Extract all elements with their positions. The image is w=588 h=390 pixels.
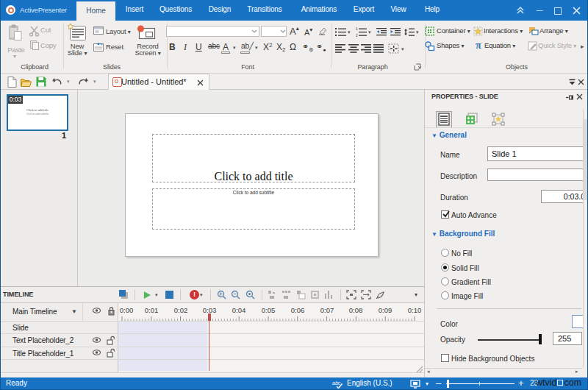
svg-text:1: 1 — [356, 27, 358, 31]
svg-text:2: 2 — [356, 34, 358, 38]
svg-text:abc: abc — [332, 380, 341, 386]
